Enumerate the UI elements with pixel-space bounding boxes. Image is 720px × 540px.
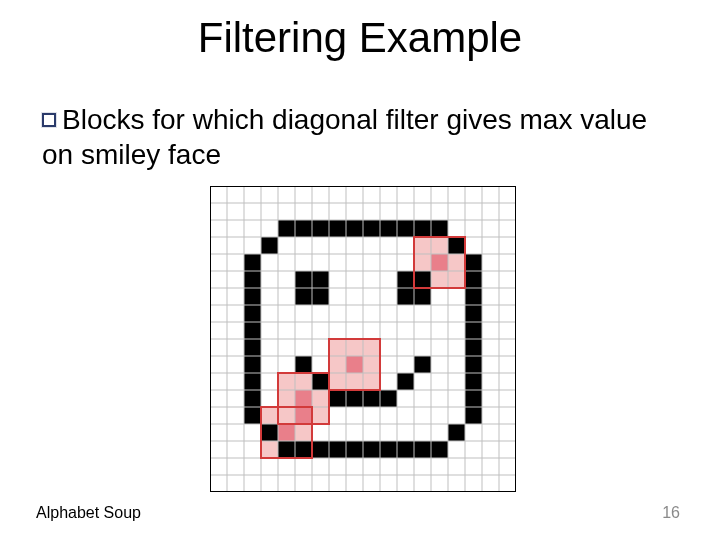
svg-rect-45 [363, 220, 380, 237]
svg-rect-66 [465, 356, 482, 373]
svg-rect-72 [295, 441, 312, 458]
svg-rect-39 [261, 237, 278, 254]
svg-rect-38 [244, 254, 261, 271]
svg-rect-46 [380, 220, 397, 237]
svg-rect-21 [295, 424, 312, 441]
svg-rect-64 [465, 322, 482, 339]
svg-rect-68 [465, 390, 482, 407]
svg-rect-28 [329, 356, 346, 373]
page-number: 16 [662, 504, 680, 522]
svg-rect-42 [312, 220, 329, 237]
svg-rect-43 [329, 220, 346, 237]
svg-rect-89 [397, 288, 414, 305]
bullet-square-icon [42, 113, 56, 127]
svg-rect-78 [397, 441, 414, 458]
bullet-text: Blocks for which diagonal filter gives m… [42, 104, 647, 170]
svg-rect-17 [261, 407, 278, 424]
svg-rect-32 [363, 373, 380, 390]
svg-rect-1 [414, 237, 431, 254]
svg-rect-95 [363, 390, 380, 407]
svg-rect-84 [312, 271, 329, 288]
svg-rect-8 [448, 271, 465, 288]
svg-rect-59 [244, 390, 261, 407]
svg-rect-80 [431, 441, 448, 458]
svg-rect-93 [329, 390, 346, 407]
svg-rect-70 [261, 424, 278, 441]
svg-rect-94 [346, 390, 363, 407]
svg-rect-41 [295, 220, 312, 237]
svg-rect-16 [312, 407, 329, 424]
svg-rect-71 [278, 441, 295, 458]
svg-rect-62 [465, 288, 482, 305]
svg-rect-40 [278, 220, 295, 237]
svg-rect-29 [363, 356, 380, 373]
svg-rect-74 [329, 441, 346, 458]
svg-rect-98 [414, 356, 431, 373]
svg-rect-55 [244, 322, 261, 339]
svg-rect-87 [397, 271, 414, 288]
svg-rect-22 [261, 441, 278, 458]
svg-rect-73 [312, 441, 329, 458]
svg-rect-30 [329, 373, 346, 390]
svg-rect-44 [346, 220, 363, 237]
svg-rect-92 [312, 373, 329, 390]
slide-title: Filtering Example [0, 14, 720, 62]
svg-rect-96 [380, 390, 397, 407]
bullet-item: Blocks for which diagonal filter gives m… [42, 102, 672, 172]
svg-rect-88 [414, 271, 431, 288]
svg-rect-76 [363, 441, 380, 458]
svg-rect-91 [295, 356, 312, 373]
svg-rect-86 [312, 288, 329, 305]
svg-rect-75 [346, 441, 363, 458]
smiley-grid-figure [210, 186, 516, 492]
svg-rect-25 [329, 339, 346, 356]
svg-rect-85 [295, 288, 312, 305]
footer-label: Alphabet Soup [36, 504, 141, 522]
svg-rect-67 [465, 373, 482, 390]
svg-rect-4 [414, 254, 431, 271]
svg-rect-12 [278, 390, 295, 407]
svg-rect-60 [244, 407, 261, 424]
svg-rect-61 [465, 271, 482, 288]
svg-rect-18 [278, 407, 295, 424]
svg-rect-37 [295, 407, 312, 424]
svg-rect-65 [465, 339, 482, 356]
svg-rect-36 [346, 356, 363, 373]
svg-rect-57 [244, 356, 261, 373]
svg-rect-27 [363, 339, 380, 356]
svg-rect-31 [346, 373, 363, 390]
svg-rect-54 [244, 305, 261, 322]
svg-rect-83 [295, 271, 312, 288]
slide: Filtering Example Blocks for which diago… [0, 0, 720, 540]
svg-rect-63 [465, 305, 482, 322]
svg-rect-26 [346, 339, 363, 356]
svg-rect-53 [244, 288, 261, 305]
svg-rect-7 [431, 271, 448, 288]
svg-rect-90 [414, 288, 431, 305]
svg-rect-56 [244, 339, 261, 356]
svg-rect-82 [465, 407, 482, 424]
svg-rect-51 [465, 254, 482, 271]
svg-rect-9 [278, 373, 295, 390]
svg-rect-50 [448, 237, 465, 254]
svg-rect-58 [244, 373, 261, 390]
svg-rect-79 [414, 441, 431, 458]
svg-rect-48 [414, 220, 431, 237]
svg-rect-10 [295, 373, 312, 390]
svg-rect-2 [431, 237, 448, 254]
svg-rect-35 [278, 424, 295, 441]
svg-rect-77 [380, 441, 397, 458]
svg-rect-5 [448, 254, 465, 271]
svg-rect-13 [312, 390, 329, 407]
svg-rect-49 [431, 220, 448, 237]
svg-rect-47 [397, 220, 414, 237]
svg-rect-81 [448, 424, 465, 441]
svg-rect-33 [431, 254, 448, 271]
svg-rect-52 [244, 271, 261, 288]
svg-rect-34 [295, 390, 312, 407]
svg-rect-97 [397, 373, 414, 390]
